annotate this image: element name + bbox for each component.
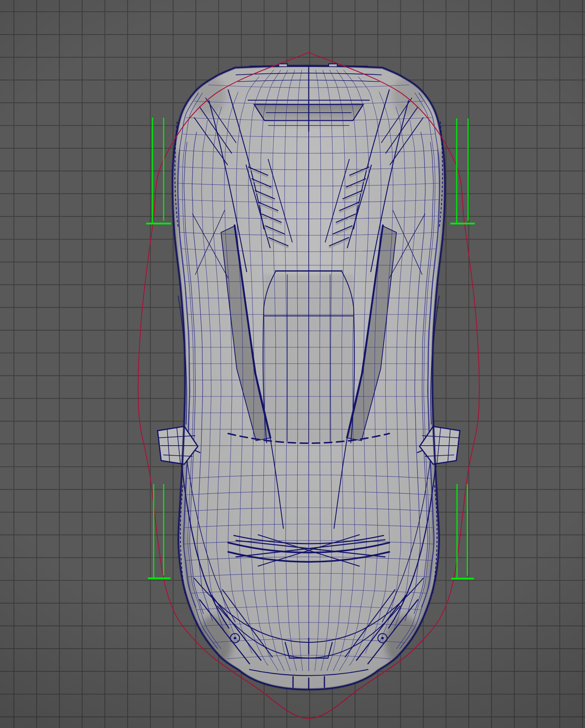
front-notch-2 — [329, 64, 337, 66]
front-notch-1 — [279, 64, 287, 66]
wheel-guide-rear-right[interactable] — [451, 484, 474, 579]
viewport-3d[interactable] — [0, 0, 585, 728]
car-wireframe-model — [158, 64, 460, 689]
scene-canvas[interactable] — [0, 0, 585, 728]
wheel-guide-rear-left[interactable] — [148, 484, 170, 578]
